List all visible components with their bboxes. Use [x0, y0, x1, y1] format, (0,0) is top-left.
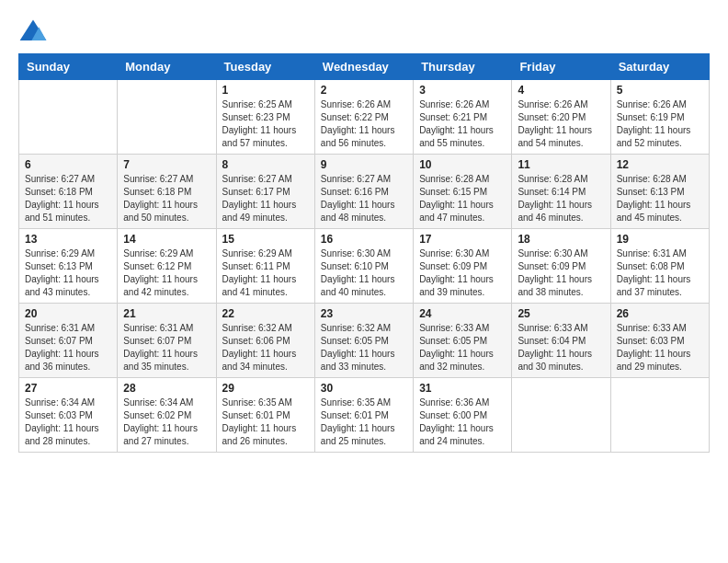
cell-content: Sunrise: 6:30 AM Sunset: 6:09 PM Dayligh… — [518, 247, 604, 299]
calendar-cell: 10Sunrise: 6:28 AM Sunset: 6:15 PM Dayli… — [414, 155, 512, 229]
calendar-cell: 18Sunrise: 6:30 AM Sunset: 6:09 PM Dayli… — [512, 229, 610, 304]
logo-icon — [18, 18, 48, 44]
cell-content: Sunrise: 6:28 AM Sunset: 6:13 PM Dayligh… — [617, 173, 703, 224]
cell-content: Sunrise: 6:27 AM Sunset: 6:17 PM Dayligh… — [222, 173, 309, 224]
cell-content: Sunrise: 6:25 AM Sunset: 6:23 PM Dayligh… — [222, 98, 309, 150]
calendar-cell: 12Sunrise: 6:28 AM Sunset: 6:13 PM Dayli… — [610, 155, 709, 229]
cell-content: Sunrise: 6:32 AM Sunset: 6:06 PM Dayligh… — [222, 322, 309, 373]
calendar-cell: 2Sunrise: 6:26 AM Sunset: 6:22 PM Daylig… — [314, 80, 413, 155]
day-number: 10 — [419, 158, 506, 171]
day-number: 9 — [321, 158, 407, 171]
weekday-header-friday: Friday — [512, 54, 610, 80]
calendar-cell — [610, 378, 709, 453]
calendar-cell: 27Sunrise: 6:34 AM Sunset: 6:03 PM Dayli… — [19, 378, 118, 453]
calendar-cell — [512, 378, 610, 453]
cell-content: Sunrise: 6:33 AM Sunset: 6:04 PM Dayligh… — [518, 322, 604, 373]
cell-content: Sunrise: 6:34 AM Sunset: 6:02 PM Dayligh… — [123, 396, 210, 448]
calendar-cell: 25Sunrise: 6:33 AM Sunset: 6:04 PM Dayli… — [512, 304, 610, 378]
cell-content: Sunrise: 6:31 AM Sunset: 6:08 PM Dayligh… — [617, 247, 703, 299]
calendar: SundayMondayTuesdayWednesdayThursdayFrid… — [18, 53, 710, 453]
day-number: 24 — [419, 307, 506, 320]
cell-content: Sunrise: 6:26 AM Sunset: 6:20 PM Dayligh… — [518, 98, 604, 150]
day-number: 4 — [518, 84, 604, 97]
day-number: 28 — [123, 382, 210, 395]
calendar-cell: 3Sunrise: 6:26 AM Sunset: 6:21 PM Daylig… — [414, 80, 512, 155]
day-number: 18 — [518, 233, 604, 246]
cell-content: Sunrise: 6:26 AM Sunset: 6:21 PM Dayligh… — [419, 98, 506, 150]
cell-content: Sunrise: 6:33 AM Sunset: 6:03 PM Dayligh… — [617, 322, 703, 373]
calendar-cell: 22Sunrise: 6:32 AM Sunset: 6:06 PM Dayli… — [216, 304, 314, 378]
day-number: 11 — [518, 158, 604, 171]
calendar-cell: 30Sunrise: 6:35 AM Sunset: 6:01 PM Dayli… — [314, 378, 413, 453]
calendar-week-1: 1Sunrise: 6:25 AM Sunset: 6:23 PM Daylig… — [19, 80, 710, 155]
calendar-cell: 11Sunrise: 6:28 AM Sunset: 6:14 PM Dayli… — [512, 155, 610, 229]
cell-content: Sunrise: 6:34 AM Sunset: 6:03 PM Dayligh… — [25, 396, 111, 448]
day-number: 22 — [222, 307, 309, 320]
day-number: 7 — [123, 158, 210, 171]
calendar-cell: 21Sunrise: 6:31 AM Sunset: 6:07 PM Dayli… — [118, 304, 216, 378]
weekday-header-thursday: Thursday — [414, 54, 512, 80]
cell-content: Sunrise: 6:29 AM Sunset: 6:13 PM Dayligh… — [25, 247, 111, 299]
calendar-cell: 15Sunrise: 6:29 AM Sunset: 6:11 PM Dayli… — [216, 229, 314, 304]
calendar-cell: 23Sunrise: 6:32 AM Sunset: 6:05 PM Dayli… — [314, 304, 413, 378]
calendar-cell: 7Sunrise: 6:27 AM Sunset: 6:18 PM Daylig… — [118, 155, 216, 229]
cell-content: Sunrise: 6:32 AM Sunset: 6:05 PM Dayligh… — [321, 322, 407, 373]
cell-content: Sunrise: 6:30 AM Sunset: 6:10 PM Dayligh… — [321, 247, 407, 299]
day-number: 23 — [321, 307, 407, 320]
day-number: 31 — [419, 382, 506, 395]
day-number: 5 — [617, 84, 703, 97]
calendar-cell: 16Sunrise: 6:30 AM Sunset: 6:10 PM Dayli… — [314, 229, 413, 304]
day-number: 3 — [419, 84, 506, 97]
calendar-cell: 9Sunrise: 6:27 AM Sunset: 6:16 PM Daylig… — [314, 155, 413, 229]
day-number: 8 — [222, 158, 309, 171]
day-number: 21 — [123, 307, 210, 320]
cell-content: Sunrise: 6:31 AM Sunset: 6:07 PM Dayligh… — [123, 322, 210, 373]
weekday-header-wednesday: Wednesday — [314, 54, 413, 80]
calendar-cell: 20Sunrise: 6:31 AM Sunset: 6:07 PM Dayli… — [19, 304, 118, 378]
cell-content: Sunrise: 6:36 AM Sunset: 6:00 PM Dayligh… — [419, 396, 506, 448]
calendar-cell: 19Sunrise: 6:31 AM Sunset: 6:08 PM Dayli… — [610, 229, 709, 304]
day-number: 1 — [222, 84, 309, 97]
day-number: 17 — [419, 233, 506, 246]
calendar-cell: 13Sunrise: 6:29 AM Sunset: 6:13 PM Dayli… — [19, 229, 118, 304]
cell-content: Sunrise: 6:35 AM Sunset: 6:01 PM Dayligh… — [321, 396, 407, 448]
calendar-cell: 29Sunrise: 6:35 AM Sunset: 6:01 PM Dayli… — [216, 378, 314, 453]
cell-content: Sunrise: 6:30 AM Sunset: 6:09 PM Dayligh… — [419, 247, 506, 299]
cell-content: Sunrise: 6:27 AM Sunset: 6:18 PM Dayligh… — [25, 173, 111, 224]
cell-content: Sunrise: 6:27 AM Sunset: 6:18 PM Dayligh… — [123, 173, 210, 224]
day-number: 15 — [222, 233, 309, 246]
cell-content: Sunrise: 6:29 AM Sunset: 6:11 PM Dayligh… — [222, 247, 309, 299]
weekday-header-saturday: Saturday — [610, 54, 709, 80]
calendar-cell: 24Sunrise: 6:33 AM Sunset: 6:05 PM Dayli… — [414, 304, 512, 378]
day-number: 29 — [222, 382, 309, 395]
logo — [18, 18, 51, 44]
day-number: 13 — [25, 233, 111, 246]
day-number: 6 — [25, 158, 111, 171]
calendar-cell: 26Sunrise: 6:33 AM Sunset: 6:03 PM Dayli… — [610, 304, 709, 378]
day-number: 14 — [123, 233, 210, 246]
day-number: 12 — [617, 158, 703, 171]
day-number: 2 — [321, 84, 407, 97]
calendar-cell — [19, 80, 118, 155]
day-number: 27 — [25, 382, 111, 395]
day-number: 16 — [321, 233, 407, 246]
calendar-cell: 28Sunrise: 6:34 AM Sunset: 6:02 PM Dayli… — [118, 378, 216, 453]
cell-content: Sunrise: 6:28 AM Sunset: 6:15 PM Dayligh… — [419, 173, 506, 224]
cell-content: Sunrise: 6:35 AM Sunset: 6:01 PM Dayligh… — [222, 396, 309, 448]
calendar-cell: 5Sunrise: 6:26 AM Sunset: 6:19 PM Daylig… — [610, 80, 709, 155]
calendar-week-3: 13Sunrise: 6:29 AM Sunset: 6:13 PM Dayli… — [19, 229, 710, 304]
calendar-cell: 17Sunrise: 6:30 AM Sunset: 6:09 PM Dayli… — [414, 229, 512, 304]
calendar-cell: 31Sunrise: 6:36 AM Sunset: 6:00 PM Dayli… — [414, 378, 512, 453]
cell-content: Sunrise: 6:28 AM Sunset: 6:14 PM Dayligh… — [518, 173, 604, 224]
day-number: 19 — [617, 233, 703, 246]
day-number: 20 — [25, 307, 111, 320]
day-number: 26 — [617, 307, 703, 320]
calendar-week-2: 6Sunrise: 6:27 AM Sunset: 6:18 PM Daylig… — [19, 155, 710, 229]
day-number: 30 — [321, 382, 407, 395]
calendar-cell: 14Sunrise: 6:29 AM Sunset: 6:12 PM Dayli… — [118, 229, 216, 304]
cell-content: Sunrise: 6:27 AM Sunset: 6:16 PM Dayligh… — [321, 173, 407, 224]
day-number: 25 — [518, 307, 604, 320]
cell-content: Sunrise: 6:29 AM Sunset: 6:12 PM Dayligh… — [123, 247, 210, 299]
page-header — [18, 18, 710, 44]
weekday-header-tuesday: Tuesday — [216, 54, 314, 80]
